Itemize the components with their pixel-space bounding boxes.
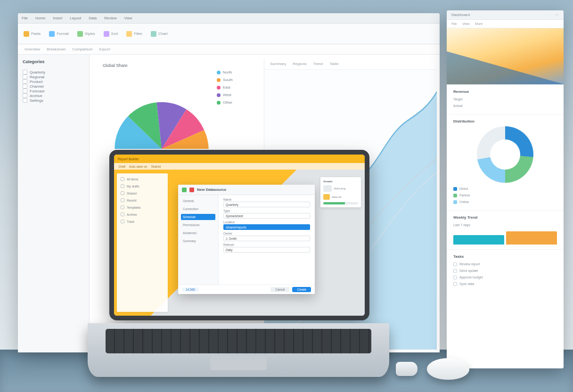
- field-label: Name: [223, 198, 310, 201]
- ribbon-button[interactable]: Styles: [77, 31, 95, 37]
- ribbon-icon: [126, 31, 132, 37]
- menu-item[interactable]: Insert: [53, 16, 62, 20]
- section-heading: Weekly Trend: [453, 215, 557, 220]
- aux-item[interactable]: data.xls: [323, 194, 358, 200]
- form-field: Location/shared/reports: [223, 220, 310, 230]
- ribbon-button[interactable]: Chart: [151, 31, 168, 37]
- tab-item[interactable]: Export: [99, 47, 110, 51]
- map-tab[interactable]: Trend: [313, 62, 323, 66]
- mini-bar-chart: [453, 229, 557, 245]
- app-sidebar-item[interactable]: Templates: [121, 205, 164, 209]
- field-input[interactable]: J. Smith: [223, 236, 310, 241]
- field-input[interactable]: Daily: [223, 247, 310, 253]
- field-input[interactable]: /shared/reports: [223, 224, 310, 230]
- map-tab[interactable]: Regions: [293, 62, 306, 66]
- task-item[interactable]: Sync data: [453, 281, 557, 287]
- dialog-nav-item[interactable]: Connection: [181, 206, 215, 212]
- fan-chart-title: Global Share: [103, 63, 221, 68]
- app-sub-item: Draft: [119, 165, 125, 168]
- laptop-trackpad: [210, 356, 267, 370]
- menu-item[interactable]: View: [124, 16, 132, 20]
- field-label: Location: [223, 220, 310, 224]
- legend-item: Other: [217, 99, 233, 106]
- app-sidebar-item[interactable]: Recent: [121, 198, 164, 202]
- ribbon-button[interactable]: Paste: [24, 31, 41, 37]
- sidebar-item[interactable]: Quarterly: [23, 70, 84, 74]
- ribbon-button[interactable]: Format: [49, 31, 68, 37]
- panel-section-revenue: Revenue Target Actual: [447, 85, 564, 114]
- revenue-line-2: Actual: [453, 103, 557, 109]
- ribbon-button[interactable]: Sort: [104, 31, 118, 37]
- panel-menu-item[interactable]: View: [462, 22, 469, 25]
- app-sidebar-item[interactable]: Archive: [121, 212, 164, 216]
- bar: [453, 235, 504, 245]
- panel-menu-item[interactable]: More: [475, 22, 483, 25]
- app-sidebar-item[interactable]: My drafts: [121, 184, 164, 188]
- checkbox-icon: [121, 212, 124, 216]
- sidebar-item[interactable]: Product: [23, 79, 84, 84]
- field-label: Refresh: [223, 243, 310, 246]
- sidebar-item[interactable]: Channel: [23, 84, 84, 89]
- revenue-line-1: Target: [453, 96, 557, 103]
- create-button[interactable]: Create: [292, 287, 311, 292]
- section-heading: Distribution: [453, 119, 557, 123]
- field-input[interactable]: Quarterly: [223, 202, 310, 207]
- tab-item[interactable]: Overview: [25, 47, 40, 51]
- checkbox-icon: [23, 98, 27, 103]
- dialog-icon-1: [182, 188, 187, 192]
- menu-item[interactable]: Home: [35, 16, 45, 20]
- dialog-nav-item[interactable]: Permissions: [181, 222, 215, 228]
- donut-chart: [477, 126, 533, 183]
- panel-section-tasks: Tasks Review reportSend updateApprove bu…: [447, 250, 564, 368]
- checkbox-icon: [23, 89, 27, 93]
- checkbox-icon: [23, 70, 27, 74]
- sidebar-item[interactable]: Archive: [23, 93, 84, 98]
- app-titlebar: Report Builder: [114, 155, 365, 163]
- menu-item[interactable]: Review: [104, 16, 116, 20]
- section-heading: Revenue: [453, 90, 557, 94]
- fan-legend: NorthSouthEastWestOther: [217, 69, 233, 106]
- map-tabs: SummaryRegionsTrendTable: [264, 58, 437, 70]
- aux-item-label: chart.png: [334, 187, 345, 190]
- tab-item[interactable]: Breakdown: [47, 47, 65, 51]
- checkbox-icon: [121, 198, 124, 202]
- dialog-header: New Datasource: [178, 185, 315, 195]
- dialog-nav-item[interactable]: Schedule: [181, 214, 215, 220]
- menu-item[interactable]: Layout: [70, 16, 81, 20]
- cancel-button[interactable]: Cancel: [270, 287, 289, 292]
- legend-swatch: [453, 187, 457, 191]
- checkbox-icon: [121, 220, 124, 223]
- menu-item[interactable]: File: [22, 16, 28, 20]
- task-item[interactable]: Approve budget: [453, 274, 557, 281]
- map-tab[interactable]: Summary: [270, 62, 286, 66]
- dialog-nav: GeneralConnectionSchedulePermissionsAdva…: [178, 195, 219, 285]
- field-input[interactable]: Spreadsheet: [223, 213, 310, 219]
- menu-item[interactable]: Data: [89, 16, 97, 20]
- app-sidebar-item[interactable]: Trash: [121, 220, 164, 223]
- dialog-nav-item[interactable]: Advanced: [181, 230, 215, 236]
- panel-section-trend: Weekly Trend Last 7 days: [447, 211, 564, 250]
- app-sub-item: Shared: [151, 165, 161, 168]
- legend-item: Online: [453, 199, 557, 205]
- task-item[interactable]: Review report: [453, 261, 557, 268]
- panel-menu-icon[interactable]: ⋯: [555, 13, 559, 17]
- ribbon-button[interactable]: Filter: [126, 31, 142, 37]
- aux-item[interactable]: chart.png: [323, 185, 358, 192]
- sidebar-item[interactable]: Forecast: [23, 89, 84, 93]
- trend-subtitle: Last 7 days: [453, 222, 557, 229]
- dialog-nav-item[interactable]: Summary: [181, 238, 215, 244]
- task-item[interactable]: Send update: [453, 268, 557, 274]
- sidebar-item[interactable]: Regional: [23, 74, 84, 79]
- sidebar-heading: Categories: [23, 59, 84, 64]
- sidebar-item[interactable]: Settings: [23, 98, 84, 103]
- monitor-sidebar: Categories QuarterlyRegionalProductChann…: [18, 55, 90, 352]
- app-sidebar-item[interactable]: All items: [121, 177, 164, 181]
- app-sidebar-item[interactable]: Shared: [121, 191, 164, 195]
- monitor-tabs: OverviewBreakdownComparisonExport: [18, 44, 440, 55]
- map-tab[interactable]: Table: [329, 62, 338, 66]
- dialog-nav-item[interactable]: General: [181, 198, 215, 204]
- tab-item[interactable]: Comparison: [72, 47, 92, 51]
- bar: [506, 231, 557, 245]
- legend-item: North: [217, 69, 233, 76]
- panel-menu-item[interactable]: File: [451, 22, 457, 25]
